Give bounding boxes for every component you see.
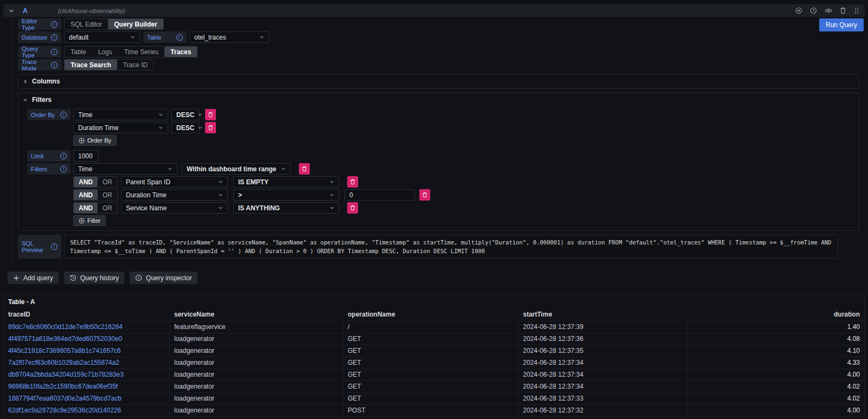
editor-type-toggle: SQL Editor Query Builder: [64, 18, 164, 30]
column-header-duration[interactable]: duration: [687, 308, 864, 321]
column-header-traceid[interactable]: traceID: [4, 308, 170, 321]
filter-value-input[interactable]: [344, 189, 415, 201]
conjunction-and[interactable]: AND: [74, 177, 98, 187]
trash-icon: [208, 112, 213, 118]
duration-cell: 4.02: [687, 417, 864, 419]
trash-icon: [350, 179, 355, 185]
info-icon[interactable]: i: [51, 34, 58, 41]
order-by-direction-select[interactable]: DESC: [171, 109, 200, 120]
query-type-option-time-series[interactable]: Time Series: [118, 47, 165, 57]
conjunction-toggle: AND OR: [73, 202, 118, 214]
filter-field-select[interactable]: Time: [73, 163, 177, 175]
conjunction-or[interactable]: OR: [98, 177, 117, 187]
remove-order-by-button[interactable]: [205, 122, 216, 133]
add-filter-button[interactable]: Filter: [73, 215, 106, 226]
table-select[interactable]: otel_traces: [189, 31, 269, 43]
filter-field-select[interactable]: Parent Span ID: [121, 176, 228, 188]
filter-operator-select[interactable]: >: [233, 189, 339, 201]
editor-type-label: Editor Type i: [18, 18, 61, 30]
info-icon[interactable]: i: [51, 243, 58, 250]
filters-section-header[interactable]: Filters: [23, 95, 854, 105]
start-time-cell: 2024-06-28 12:37:33: [519, 393, 687, 404]
sql-preview-code[interactable]: SELECT "TraceId" as traceID, "ServiceNam…: [64, 235, 838, 259]
order-by-field-select[interactable]: Duration Time: [73, 122, 168, 133]
add-query-button[interactable]: Add query: [8, 272, 59, 284]
history-icon: [69, 274, 76, 281]
info-icon[interactable]: i: [60, 112, 67, 118]
column-header-operationname[interactable]: operationName: [343, 308, 519, 321]
remove-order-by-button[interactable]: [205, 109, 216, 120]
service-name-cell: loadgenerator: [170, 369, 343, 381]
order-by-field-select[interactable]: Time: [73, 109, 168, 120]
filter-field-select[interactable]: Duration Time: [121, 189, 228, 201]
query-history-button[interactable]: Query history: [64, 272, 124, 284]
editor-type-option-query-builder[interactable]: Query Builder: [108, 19, 163, 29]
operation-name-cell: GET: [343, 381, 519, 392]
trace-id-link[interactable]: 7a2f07ecf63c60b1029ab2ac155874a2: [4, 357, 170, 369]
eye-icon[interactable]: [825, 7, 832, 14]
start-time-cell: 2024-06-28 12:37:32: [519, 405, 687, 416]
history-icon[interactable]: [810, 7, 817, 14]
record-icon[interactable]: [795, 7, 802, 14]
conjunction-and[interactable]: AND: [74, 203, 98, 213]
filter-field-select[interactable]: Service Name: [121, 202, 228, 214]
query-editor-body: Editor Type i SQL Editor Query Builder D…: [11, 17, 865, 264]
filters-section: Filters Order By i Time DESC: [18, 93, 859, 231]
info-icon[interactable]: i: [60, 153, 67, 159]
plus-circle-icon: [79, 138, 85, 144]
trash-icon[interactable]: [840, 7, 846, 14]
filter-operator-select[interactable]: Within dashboard time range: [182, 163, 291, 175]
info-icon[interactable]: i: [51, 49, 58, 55]
info-icon[interactable]: i: [51, 62, 58, 68]
remove-filter-button[interactable]: [347, 202, 358, 214]
editor-type-option-sql-editor[interactable]: SQL Editor: [65, 19, 108, 29]
chevron-down-icon: [329, 192, 334, 197]
columns-section-header[interactable]: Columns: [23, 76, 854, 86]
query-type-option-logs[interactable]: Logs: [92, 47, 118, 57]
operation-name-cell: /: [343, 321, 519, 333]
service-name-cell: loadgenerator: [170, 417, 343, 419]
order-by-direction-select[interactable]: DESC: [171, 122, 200, 133]
trace-mode-option-trace-id[interactable]: Trace ID: [117, 60, 154, 70]
conjunction-or[interactable]: OR: [98, 203, 117, 213]
trash-icon: [422, 192, 427, 198]
remove-filter-button[interactable]: [299, 163, 310, 175]
trace-id-link[interactable]: e91c3645f04fa5e58adcd0758e1ea127: [4, 417, 170, 419]
conjunction-or[interactable]: OR: [98, 190, 117, 200]
start-time-cell: 2024-06-28 12:37:36: [519, 333, 687, 345]
trace-mode-toggle: Trace Search Trace ID: [64, 59, 154, 70]
duration-cell: 4.00: [687, 405, 864, 416]
limit-input[interactable]: [73, 150, 99, 162]
trace-id-link[interactable]: 4f497571a618e364ed7ded60752030e0: [4, 333, 170, 345]
order-by-label: Order By i: [27, 109, 71, 120]
filter-operator-select[interactable]: IS ANYTHING: [233, 202, 339, 214]
collapse-chevron-icon[interactable]: [9, 8, 14, 14]
remove-filter-button[interactable]: [419, 189, 430, 201]
column-header-servicename[interactable]: serviceName: [170, 308, 343, 321]
service-name-cell: loadgenerator: [170, 333, 343, 345]
trace-id-link[interactable]: 1887794f7eaa6037d0e2a4579bcd7acb: [4, 393, 170, 404]
trace-mode-option-trace-search[interactable]: Trace Search: [65, 60, 117, 70]
info-icon[interactable]: i: [51, 21, 58, 28]
filter-operator-select[interactable]: IS EMPTY: [233, 176, 339, 188]
query-type-option-table[interactable]: Table: [65, 47, 92, 57]
conjunction-and[interactable]: AND: [74, 190, 98, 200]
sql-preview-row: SQL Preview i SELECT "TraceId" as traceI…: [18, 235, 865, 259]
trace-id-link[interactable]: 96968b10fa2b2c1590bc67dea06ef35f: [4, 381, 170, 392]
drag-handle-icon[interactable]: [854, 7, 859, 14]
query-inspector-button[interactable]: Query inspector: [130, 272, 197, 284]
database-select[interactable]: default: [64, 31, 140, 43]
info-icon[interactable]: i: [60, 166, 67, 172]
info-icon[interactable]: i: [176, 34, 183, 41]
query-type-option-traces[interactable]: Traces: [164, 47, 197, 57]
column-header-starttime[interactable]: startTime: [519, 308, 687, 321]
service-name-cell: loadgenerator: [170, 357, 343, 369]
add-order-by-button[interactable]: Order By: [73, 135, 117, 146]
table-row: 96968b10fa2b2c1590bc67dea06ef35f loadgen…: [4, 381, 864, 392]
trace-id-link[interactable]: 4f45c21918c73698057a8b1c741657c6: [4, 345, 170, 357]
trace-id-link[interactable]: 62df1ec9a29728c9e29536c20d140226: [4, 405, 170, 416]
operation-name-cell: GET: [343, 369, 519, 381]
trace-id-link[interactable]: db9704a2bbda34204d159c71b78283e3: [4, 369, 170, 381]
remove-filter-button[interactable]: [347, 176, 358, 188]
trace-id-link[interactable]: 89dc7e8c6060c0d12de7e9b50c216284: [4, 321, 170, 333]
